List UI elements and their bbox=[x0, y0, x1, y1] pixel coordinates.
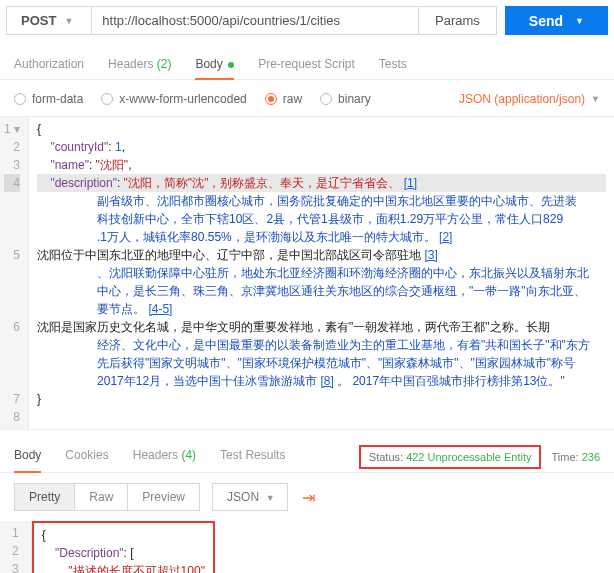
chevron-down-icon: ▼ bbox=[266, 493, 275, 503]
request-body-editor[interactable]: 1 ▾ 2 3 4 5 6 7 8 { "countryId": 1, "nam… bbox=[0, 117, 614, 429]
resp-tab-body[interactable]: Body bbox=[14, 442, 41, 472]
tab-headers[interactable]: Headers (2) bbox=[108, 51, 171, 79]
params-button[interactable]: Params bbox=[419, 6, 497, 35]
format-value: JSON (application/json) bbox=[459, 92, 585, 106]
status-badge: Status: 422 Unprocessable Entity bbox=[359, 445, 542, 469]
gutter: 1 2 3 4 5 bbox=[0, 521, 32, 573]
code: { "Description": [ "描述的长度不可超过100" ] } bbox=[34, 523, 213, 573]
http-method-select[interactable]: POST ▼ bbox=[6, 6, 92, 35]
chevron-down-icon: ▼ bbox=[591, 94, 600, 104]
modified-dot-icon bbox=[228, 62, 234, 68]
body-type-urlencoded[interactable]: x-www-form-urlencoded bbox=[101, 92, 246, 106]
tab-headers-label: Headers bbox=[108, 57, 153, 71]
wrap-icon[interactable]: ⇥ bbox=[302, 488, 315, 507]
resp-tab-testresults[interactable]: Test Results bbox=[220, 442, 285, 472]
send-label: Send bbox=[529, 13, 563, 29]
send-button[interactable]: Send ▼ bbox=[505, 6, 608, 35]
resp-format-select[interactable]: JSON ▼ bbox=[212, 483, 288, 511]
response-body-editor[interactable]: 1 2 3 4 5 { "Description": [ "描述的长度不可超过1… bbox=[0, 521, 614, 573]
tab-prerequest[interactable]: Pre-request Script bbox=[258, 51, 355, 79]
url-input[interactable]: http://localhost:5000/api/countries/1/ci… bbox=[92, 6, 419, 35]
body-type-binary[interactable]: binary bbox=[320, 92, 371, 106]
code: { "countryId": 1, "name": "沈阳", "descrip… bbox=[29, 117, 614, 429]
chevron-down-icon: ▼ bbox=[64, 16, 73, 26]
tab-body-label: Body bbox=[195, 57, 222, 71]
method-value: POST bbox=[21, 13, 56, 28]
tab-tests[interactable]: Tests bbox=[379, 51, 407, 79]
view-raw[interactable]: Raw bbox=[75, 483, 128, 511]
resp-tab-cookies[interactable]: Cookies bbox=[65, 442, 108, 472]
view-pretty[interactable]: Pretty bbox=[14, 483, 75, 511]
resp-tab-headers[interactable]: Headers (4) bbox=[133, 442, 196, 472]
tab-body[interactable]: Body bbox=[195, 51, 234, 79]
chevron-down-icon: ▼ bbox=[575, 16, 584, 26]
body-type-formdata[interactable]: form-data bbox=[14, 92, 83, 106]
tab-headers-count: (2) bbox=[157, 57, 172, 71]
tab-authorization[interactable]: Authorization bbox=[14, 51, 84, 79]
body-format-select[interactable]: JSON (application/json) ▼ bbox=[459, 92, 600, 106]
time-badge: Time: 236 bbox=[551, 451, 600, 463]
body-type-raw[interactable]: raw bbox=[265, 92, 302, 106]
url-value: http://localhost:5000/api/countries/1/ci… bbox=[102, 13, 340, 28]
gutter: 1 ▾ 2 3 4 5 6 7 8 bbox=[0, 117, 29, 429]
view-preview[interactable]: Preview bbox=[128, 483, 200, 511]
